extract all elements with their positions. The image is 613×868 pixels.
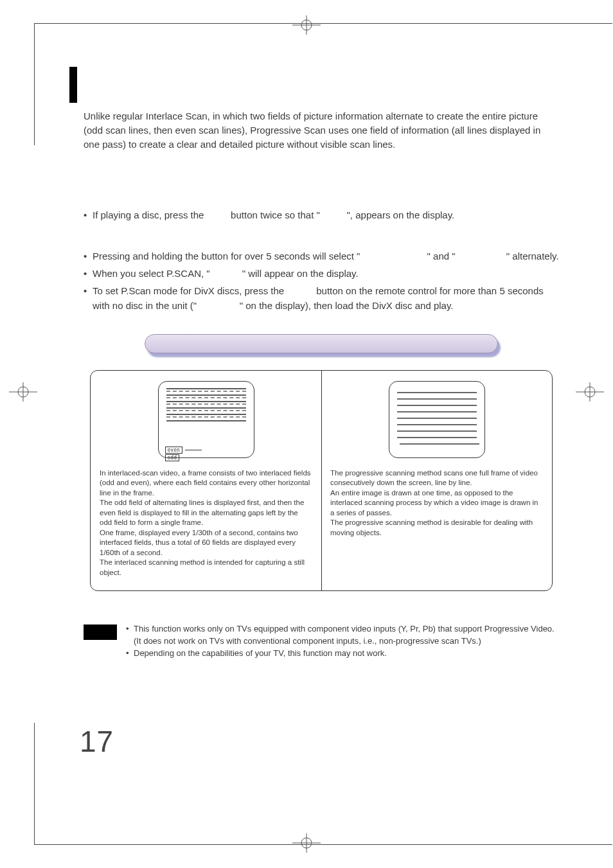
registration-mark-icon [292, 833, 321, 853]
list-item: • When you select P.SCAN, " " will appea… [84, 266, 559, 281]
progressive-column: The progressive scanning method scans on… [321, 371, 552, 591]
bullet-icon: • [84, 208, 93, 222]
blank-slot [323, 209, 344, 220]
bullet-icon: • [126, 623, 134, 648]
section-marker [69, 67, 77, 103]
blank-slot [458, 251, 504, 261]
intro-paragraph: Unlike regular Interlace Scan, in which … [84, 109, 559, 151]
bullet-icon: • [84, 249, 93, 263]
note-line: Depending on the capabilities of your TV… [134, 648, 559, 660]
bullet-icon: • [84, 266, 93, 281]
note-badge-icon [84, 624, 117, 640]
registration-mark-icon [292, 15, 321, 35]
frame-rule [34, 844, 612, 845]
comparison-panel: even odd ----- In interlaced-scan video,… [90, 370, 553, 592]
blank-slot [199, 300, 236, 311]
text-fragment: Pressing and holding the button for over… [93, 251, 360, 261]
registration-mark-icon [9, 382, 37, 402]
progressive-desc: An entire image is drawn at one time, as… [330, 488, 543, 518]
frame-rule [34, 23, 41, 145]
page-number: 17 [80, 724, 114, 759]
legend-odd: odd [165, 454, 179, 461]
text-fragment: " will appear on the display. [242, 268, 359, 279]
text-fragment: " and " [427, 251, 456, 261]
page: Unlike regular Interlace Scan, in which … [0, 0, 613, 868]
blank-slot [213, 268, 240, 279]
section-heading-pill [145, 334, 498, 359]
legend-even: even [165, 447, 182, 454]
list-item-text: To set P.Scan mode for DivX discs, press… [93, 283, 559, 314]
progressive-desc: The progressive scanning method scans on… [330, 468, 543, 488]
list-item: • To set P.Scan mode for DivX discs, pre… [84, 283, 559, 314]
list-item-text: If playing a disc, press the button twic… [93, 208, 559, 222]
diagram-legend: even [165, 447, 202, 454]
blank-slot [363, 251, 425, 261]
interlaced-desc: One frame, displayed every 1/30th of a s… [100, 528, 312, 558]
bullet-list: • If playing a disc, press the button tw… [84, 208, 559, 313]
interlaced-desc: In interlaced-scan video, a frame consis… [100, 468, 312, 499]
list-item: • Pressing and holding the button for ov… [84, 249, 559, 263]
dash-icon: ----- [182, 455, 204, 461]
text-fragment: " alternately. [506, 251, 559, 261]
text-fragment: button twice so that " [231, 209, 320, 220]
text-fragment: To set P.Scan mode for DivX discs, press… [93, 285, 287, 296]
note-line: This function works only on TVs equipped… [134, 623, 559, 648]
list-item: • If playing a disc, press the button tw… [84, 208, 559, 222]
list-item: • Depending on the capabilities of your … [126, 648, 559, 660]
blank-slot [207, 209, 228, 220]
list-item-text: Pressing and holding the button for over… [93, 249, 559, 263]
text-fragment: When you select P.SCAN, " [93, 268, 210, 279]
bullet-icon: • [84, 283, 93, 314]
note-block: • This function works only on TVs equipp… [84, 623, 559, 660]
note-text: • This function works only on TVs equipp… [126, 623, 559, 660]
bullet-icon: • [126, 648, 134, 660]
interlaced-desc: The odd field of alternating lines is di… [100, 498, 312, 528]
frame-rule [34, 723, 41, 845]
text-fragment: ", appears on the display. [347, 209, 455, 220]
registration-mark-icon [576, 382, 604, 402]
text-fragment: " on the display), then load the DivX di… [240, 300, 454, 311]
interlaced-desc: The interlaced scanning method is intend… [100, 558, 312, 578]
progressive-desc: The progressive scanning method is desir… [330, 518, 543, 538]
list-item: • This function works only on TVs equipp… [126, 623, 559, 648]
diagram-legend: odd ----- [165, 454, 204, 461]
text-fragment: If playing a disc, press the [93, 209, 207, 220]
body-content: Unlike regular Interlace Scan, in which … [84, 109, 559, 591]
list-item-text: When you select P.SCAN, " " will appear … [93, 266, 559, 281]
interlaced-column: even odd ----- In interlaced-scan video,… [91, 371, 321, 591]
blank-slot [287, 285, 314, 296]
frame-rule [34, 23, 612, 24]
interlaced-diagram: even odd ----- [158, 381, 254, 458]
progressive-diagram [389, 381, 485, 458]
divider [321, 371, 322, 591]
